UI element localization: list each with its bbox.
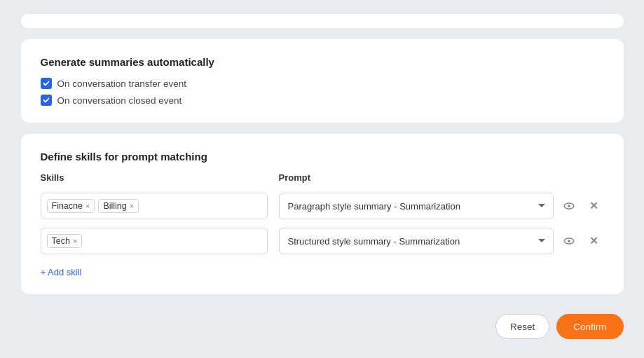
reset-button[interactable]: Reset [495, 314, 549, 339]
prompt-select-1[interactable]: Paragraph style summary - Summarization … [279, 193, 554, 219]
preview-btn-1[interactable] [559, 196, 579, 216]
tag-billing: Billing × [98, 199, 139, 213]
skills-input-2[interactable]: Tech × [41, 228, 268, 254]
tag-finacne: Finacne × [47, 199, 95, 213]
tag-tech-close[interactable]: × [73, 237, 77, 245]
summaries-title: Generate summaries automatically [41, 56, 604, 68]
checkbox-closed-label: On conversation closed event [57, 95, 182, 106]
summaries-card: Generate summaries automatically On conv… [21, 39, 624, 123]
delete-btn-1[interactable]: ✕ [584, 196, 604, 216]
tag-finacne-label: Finacne [52, 201, 83, 211]
top-partial-card [21, 14, 624, 28]
checkbox-closed[interactable] [41, 95, 52, 106]
checkbox-transfer[interactable] [41, 78, 52, 89]
tag-billing-label: Billing [103, 201, 126, 211]
skill-row-2: Tech × Paragraph style summary - Summari… [41, 228, 604, 254]
tag-finacne-close[interactable]: × [85, 202, 90, 210]
col-skills-label: Skills [41, 172, 279, 183]
prompt-select-2[interactable]: Paragraph style summary - Summarization … [279, 228, 554, 254]
tag-tech-label: Tech [52, 236, 70, 246]
skills-input-1[interactable]: Finacne × Billing × [41, 193, 268, 219]
svg-point-3 [568, 240, 570, 242]
confirm-button[interactable]: Confirm [556, 314, 623, 339]
svg-point-1 [568, 205, 570, 207]
checkbox-row-transfer: On conversation transfer event [41, 78, 604, 89]
tag-tech: Tech × [47, 234, 83, 248]
tag-billing-close[interactable]: × [130, 202, 134, 210]
skills-title: Define skills for prompt matching [41, 151, 604, 163]
preview-btn-2[interactable] [559, 231, 579, 251]
checkbox-transfer-label: On conversation transfer event [57, 78, 187, 89]
page-container: Generate summaries automatically On conv… [21, 14, 624, 342]
x-icon-2: ✕ [589, 235, 598, 247]
checkbox-row-closed: On conversation closed event [41, 95, 604, 106]
prompt-wrapper-2: Paragraph style summary - Summarization … [279, 228, 604, 254]
skills-card: Define skills for prompt matching Skills… [21, 134, 624, 294]
prompt-wrapper-1: Paragraph style summary - Summarization … [279, 193, 604, 219]
add-skill-button[interactable]: + Add skill [41, 267, 82, 277]
skill-row-1: Finacne × Billing × Paragraph style summ… [41, 193, 604, 219]
footer: Reset Confirm [21, 305, 624, 342]
delete-btn-2[interactable]: ✕ [584, 231, 604, 251]
x-icon-1: ✕ [589, 200, 598, 212]
col-prompt-label: Prompt [279, 172, 604, 183]
skills-header: Skills Prompt [41, 172, 604, 183]
